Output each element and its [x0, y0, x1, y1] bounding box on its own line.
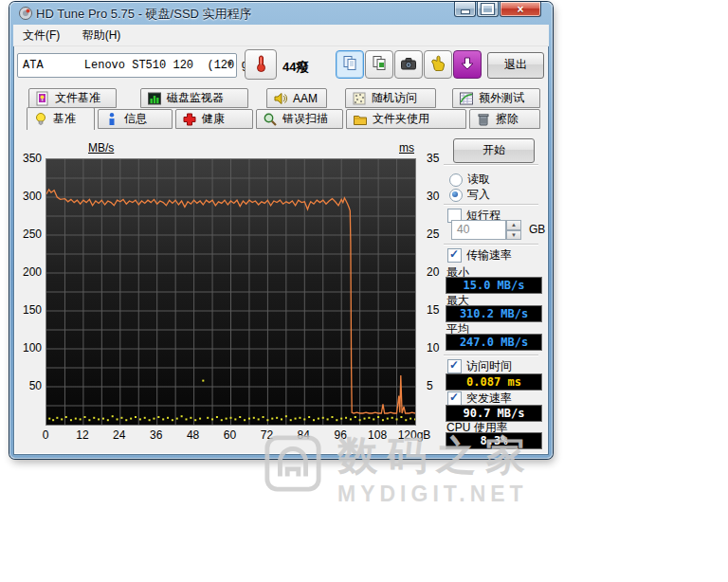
tickL-label: 50 — [15, 379, 42, 392]
tickL-label: 300 — [15, 190, 42, 203]
maximize-button[interactable] — [477, 2, 499, 17]
capacity-input[interactable]: 40 — [451, 220, 506, 240]
access-time-dot — [88, 419, 90, 421]
hdtune-window: HD Tune Pro 5.75 - 硬盘/SSD 实用程序 × 文件(F) 帮… — [9, 2, 553, 459]
access-time-dot — [98, 418, 100, 420]
start-button[interactable]: 开始 — [453, 138, 535, 163]
access-time-dot — [157, 416, 159, 418]
tab-extra-tests[interactable]: 额外测试 — [452, 88, 540, 108]
checkbox-checked-icon — [447, 359, 462, 373]
access-time-dot — [65, 416, 67, 418]
access-time-dot — [52, 419, 54, 421]
tab-error-scan[interactable]: 错误扫描 — [256, 109, 343, 129]
tab-file-benchmark[interactable]: 文件基准 — [28, 88, 117, 108]
chevron-down-icon: ▼ — [228, 60, 232, 69]
window-title: HD Tune Pro 5.75 - 硬盘/SSD 实用程序 — [36, 6, 252, 23]
access-time-dot — [377, 416, 379, 418]
access-time-dot — [266, 419, 268, 421]
watermark-text: 数码之家 — [337, 434, 535, 478]
access-time-dot — [336, 419, 337, 421]
access-time-dot — [271, 418, 273, 420]
transfer-rate-checkbox[interactable]: 传输速率 — [447, 247, 512, 264]
screenshot-button[interactable] — [394, 50, 423, 79]
access-time-dot — [234, 418, 236, 420]
access-time-dot — [48, 418, 50, 420]
random-access-icon — [352, 91, 367, 106]
drive-select[interactable]: ATA Lenovo ST510 120 (120 gB) ▼ — [17, 53, 237, 78]
access-time-dot — [107, 419, 109, 421]
error-scan-icon — [263, 112, 278, 127]
access-time-dot — [239, 416, 241, 418]
menu-help[interactable]: 帮助(H) — [73, 25, 131, 46]
watermark: 数码之家 MYDIGIT.NET — [264, 434, 535, 507]
tab-disk-monitor[interactable]: 磁盘监视器 — [140, 88, 248, 108]
menu-file[interactable]: 文件(F) — [13, 25, 69, 46]
capacity-stepper[interactable]: ▲ ▼ — [506, 220, 521, 240]
title-bar[interactable]: HD Tune Pro 5.75 - 硬盘/SSD 实用程序 × — [9, 2, 553, 25]
access-time-dot — [144, 417, 146, 419]
copy-text-button[interactable] — [336, 50, 364, 79]
read-radio[interactable]: 读取 — [449, 172, 490, 188]
access-time-dot — [285, 415, 287, 417]
max-value: 310.2 MB/s — [446, 305, 542, 322]
radio-selected-icon — [449, 189, 463, 202]
tickR-label: 35 — [427, 152, 455, 165]
tab-erase[interactable]: 擦除 — [469, 109, 540, 129]
tab-folder-usage[interactable]: 文件夹使用 — [346, 109, 466, 129]
access-time-dot — [207, 417, 209, 419]
copy-pages-icon — [342, 55, 358, 74]
access-time-dot — [364, 418, 366, 420]
tab-label: 信息 — [124, 111, 147, 127]
access-time-dot — [295, 418, 297, 420]
tickL-label: 200 — [15, 265, 42, 279]
access-time-dot — [303, 418, 305, 420]
access-time-dot — [382, 419, 384, 421]
health-icon — [182, 112, 197, 127]
thermometer-icon — [252, 54, 269, 76]
write-radio[interactable]: 写入 — [449, 187, 490, 203]
options-button[interactable] — [424, 50, 452, 79]
close-button[interactable]: × — [500, 2, 541, 17]
tab-random-access[interactable]: 随机访问 — [345, 88, 436, 108]
access-time-dot — [373, 418, 374, 420]
tickX-label: 0 — [43, 428, 49, 442]
watermark-logo-icon — [264, 434, 322, 496]
tab-health[interactable]: 健康 — [175, 109, 253, 129]
minimize-button[interactable] — [454, 2, 476, 17]
tab-label: 随机访问 — [372, 90, 417, 106]
down-arrow-icon — [460, 56, 475, 74]
access-time-dot — [153, 418, 155, 420]
access-time-dot — [414, 418, 415, 420]
avg-value: 247.0 MB/s — [446, 334, 542, 351]
access-time-dot — [211, 418, 213, 420]
separator — [444, 164, 538, 166]
copy-image-button[interactable] — [365, 50, 393, 79]
stepper-up-icon[interactable]: ▲ — [506, 220, 521, 230]
file-benchmark-icon — [35, 91, 50, 106]
access-time-value: 0.087 ms — [446, 373, 542, 391]
read-radio-label: 读取 — [467, 172, 490, 188]
minimize-icon — [461, 9, 470, 14]
tab-aam[interactable]: AAM — [266, 88, 327, 108]
download-button[interactable] — [453, 50, 482, 79]
left-axis-unit: MB/s — [88, 141, 114, 155]
tickX-label: 24 — [113, 428, 125, 442]
camera-icon — [400, 56, 417, 74]
folder-usage-icon — [353, 112, 368, 127]
temperature-button[interactable] — [245, 49, 277, 80]
hand-icon — [429, 55, 446, 74]
access-time-dot — [350, 418, 352, 420]
access-time-dot — [185, 418, 187, 420]
tab-benchmark[interactable]: 基准 — [27, 107, 95, 130]
exit-button[interactable]: 退出 — [487, 52, 544, 79]
access-time-dot — [396, 418, 398, 420]
tab-info[interactable]: 信息 — [98, 109, 173, 129]
access-time-checkbox[interactable]: 访问时间 — [447, 358, 512, 374]
maximize-icon — [482, 4, 494, 14]
app-icon — [18, 6, 33, 21]
transfer-rate-label: 传输速率 — [466, 247, 512, 264]
screenshot-canvas: HD Tune Pro 5.75 - 硬盘/SSD 实用程序 × 文件(F) 帮… — [0, 0, 728, 582]
access-time-dot — [331, 416, 333, 418]
tickL-label: 250 — [15, 227, 42, 241]
stepper-down-icon[interactable]: ▼ — [506, 230, 521, 241]
